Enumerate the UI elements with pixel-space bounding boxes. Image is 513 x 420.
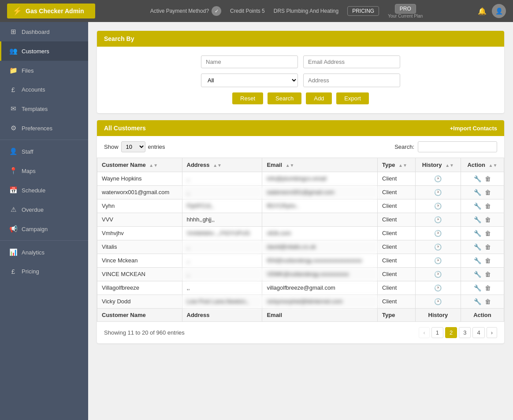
history-icon-1[interactable]: 🕐 <box>434 189 442 196</box>
table-row: Vince Mckean ,, 654@outlandergy.xxxxxxxx… <box>97 254 504 268</box>
page-1-button[interactable]: 1 <box>431 327 443 338</box>
preferences-icon: ⚙ <box>9 124 17 132</box>
cell-name-9: Vicky Dodd <box>97 295 182 309</box>
history-icon-7[interactable]: 🕐 <box>434 271 442 278</box>
col-header-action[interactable]: Action ▲▼ <box>461 158 504 172</box>
edit-icon-3[interactable]: 🔧 <box>474 216 481 223</box>
pro-button[interactable]: PRO <box>395 4 416 14</box>
cell-email-4: v8Jk.com <box>262 227 378 240</box>
table-search-control: Search: <box>394 141 497 152</box>
history-icon-4[interactable]: 🕐 <box>434 230 442 237</box>
page-4-button[interactable]: 4 <box>472 327 484 338</box>
sidebar-item-schedule[interactable]: 📅 Schedule <box>0 181 88 200</box>
edit-icon-7[interactable]: 🔧 <box>474 271 481 278</box>
delete-icon-6[interactable]: 🗑 <box>485 257 491 264</box>
cell-email-7: VDMK@outlandergy.xxxxxxxxxx <box>262 268 378 281</box>
edit-icon-0[interactable]: 🔧 <box>474 175 481 182</box>
entries-label: entries <box>148 144 165 150</box>
delete-icon-9[interactable]: 🗑 <box>485 298 491 305</box>
pricing-button[interactable]: PRICING <box>347 6 379 16</box>
reset-button[interactable]: Reset <box>232 92 263 104</box>
sidebar-item-files[interactable]: 📁 Files <box>0 61 88 80</box>
edit-icon-5[interactable]: 🔧 <box>474 243 481 251</box>
delete-icon-4[interactable]: 🗑 <box>485 230 491 237</box>
history-icon-6[interactable]: 🕐 <box>434 257 442 264</box>
sort-address-icon: ▲▼ <box>213 163 222 168</box>
delete-icon-3[interactable]: 🗑 <box>485 216 491 223</box>
prev-page-button[interactable]: ‹ <box>419 327 429 338</box>
cell-history-8: 🕐 <box>415 281 461 295</box>
sort-type-icon: ▲▼ <box>398 163 407 168</box>
edit-icon-1[interactable]: 🔧 <box>474 189 481 196</box>
table-row: Vyhn FlyhFCUl,, ffGYCRyhn.. Client 🕐 🔧 🗑 <box>97 199 504 213</box>
search-button[interactable]: Search <box>268 92 301 104</box>
history-icon-3[interactable]: 🕐 <box>434 216 442 223</box>
sidebar-item-accounts[interactable]: £ Accounts <box>0 80 88 99</box>
history-icon-0[interactable]: 🕐 <box>434 175 442 182</box>
cell-name-4: Vmhvjhv <box>97 227 182 240</box>
topnav: ⚡ Gas Checker Admin Active Payment Metho… <box>0 0 513 22</box>
cell-type-1: Client <box>378 186 416 199</box>
campaign-icon: 📢 <box>9 225 17 233</box>
edit-icon-6[interactable]: 🔧 <box>474 257 481 264</box>
sidebar-label-analytics: Analytics <box>22 249 45 256</box>
cell-address-3: hhhh,,ghjj,, <box>182 213 262 227</box>
show-label: Show <box>104 144 119 150</box>
sidebar-item-dashboard[interactable]: ⊞ Dashboard <box>0 22 88 41</box>
sidebar-item-preferences[interactable]: ⚙ Preferences <box>0 118 88 138</box>
cell-name-5: Vitalis <box>97 240 182 254</box>
history-icon-9[interactable]: 🕐 <box>434 298 442 305</box>
sidebar-item-customers[interactable]: 👥 Customers <box>0 41 88 61</box>
edit-icon-8[interactable]: 🔧 <box>474 284 481 291</box>
brand-logo[interactable]: ⚡ Gas Checker Admin <box>7 4 95 18</box>
email-input[interactable] <box>303 55 400 68</box>
cell-type-6: Client <box>378 254 416 268</box>
sidebar-item-analytics[interactable]: 📊 Analytics <box>0 243 88 262</box>
cell-name-2: Vyhn <box>97 199 182 213</box>
table-header-row: Customer Name ▲▼ Address ▲▼ Email ▲▼ T <box>97 158 504 172</box>
edit-icon-4[interactable]: 🔧 <box>474 230 481 237</box>
col-header-type[interactable]: Type ▲▼ <box>378 158 416 172</box>
payment-badge: ✓ <box>212 6 221 16</box>
history-icon-8[interactable]: 🕐 <box>434 284 442 291</box>
col-header-email[interactable]: Email ▲▼ <box>262 158 378 172</box>
table-search-input[interactable] <box>418 141 497 152</box>
col-header-name[interactable]: Customer Name ▲▼ <box>97 158 182 172</box>
all-select[interactable]: All <box>201 74 298 87</box>
add-button[interactable]: Add <box>306 92 332 104</box>
edit-icon-2[interactable]: 🔧 <box>474 203 481 210</box>
col-header-history[interactable]: History ▲▼ <box>415 158 461 172</box>
dashboard-icon: ⊞ <box>9 28 17 36</box>
delete-icon-1[interactable]: 🗑 <box>485 189 491 196</box>
table-row: Vmhvjhv Vmhbhbhv ,,,FIGYUFUG v8Jk.com Cl… <box>97 227 504 240</box>
name-input[interactable] <box>201 55 298 68</box>
templates-icon: ✉ <box>9 105 17 113</box>
history-icon-5[interactable]: 🕐 <box>434 243 442 251</box>
entries-select[interactable]: 10 25 50 100 <box>121 141 145 152</box>
page-3-button[interactable]: 3 <box>459 327 471 338</box>
sidebar-item-pricing[interactable]: £ Pricing <box>0 262 88 281</box>
delete-icon-8[interactable]: 🗑 <box>485 284 491 291</box>
edit-icon-9[interactable]: 🔧 <box>474 298 481 305</box>
next-page-button[interactable]: › <box>487 327 497 338</box>
history-icon-2[interactable]: 🕐 <box>434 203 442 210</box>
delete-icon-0[interactable]: 🗑 <box>485 175 491 182</box>
col-header-address[interactable]: Address ▲▼ <box>182 158 262 172</box>
import-contacts-link[interactable]: +Import Contacts <box>450 125 497 132</box>
export-button[interactable]: Export <box>336 92 369 104</box>
address-input[interactable] <box>303 74 400 87</box>
sidebar-item-campaign[interactable]: 📢 Campaign <box>0 219 88 239</box>
table-row: Wayne Hopkins ,, info@plumbingco.email C… <box>97 172 504 186</box>
avatar[interactable]: 👤 <box>492 4 506 18</box>
sidebar-item-maps[interactable]: 📍 Maps <box>0 161 88 181</box>
page-2-button[interactable]: 2 <box>445 327 457 338</box>
sort-history-icon: ▲▼ <box>445 163 454 168</box>
bell-icon[interactable]: 🔔 <box>478 7 487 15</box>
sidebar-item-staff[interactable]: 👤 Staff <box>0 142 88 161</box>
delete-icon-7[interactable]: 🗑 <box>485 271 491 278</box>
delete-icon-2[interactable]: 🗑 <box>485 203 491 210</box>
delete-icon-5[interactable]: 🗑 <box>485 243 491 251</box>
table-controls: Show 10 25 50 100 entries Search: <box>97 136 504 158</box>
sidebar-item-overdue[interactable]: ⚠ Overdue <box>0 200 88 219</box>
sidebar-item-templates[interactable]: ✉ Templates <box>0 99 88 118</box>
